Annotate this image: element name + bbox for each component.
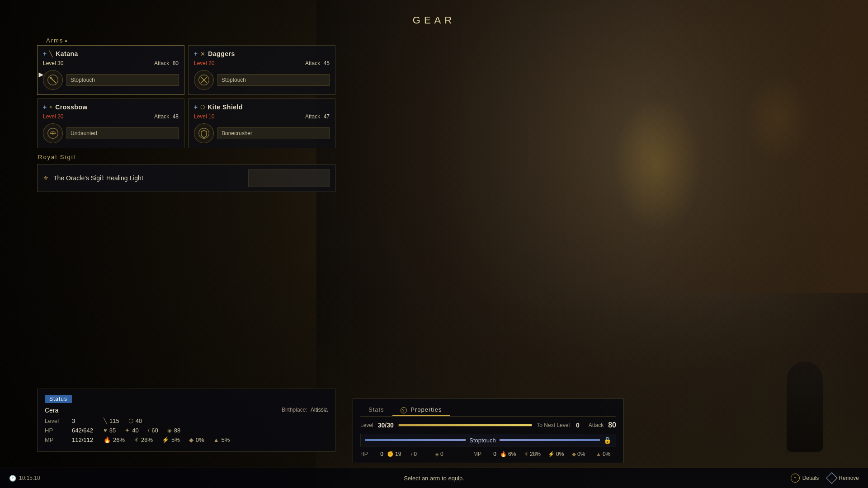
stats-hp-row: HP 0 ✊ 19 / 0 ◈ 0 bbox=[360, 451, 471, 457]
clock-icon: 🕐 bbox=[9, 475, 16, 482]
royal-sigil-section: Royal Sigil ⚜ The Oracle's Sigil: Healin… bbox=[37, 154, 335, 192]
stats-panel: Stats Y Properties Level 30/30 To Next L… bbox=[353, 399, 624, 463]
stat-slash: / 60 bbox=[148, 427, 158, 434]
crossbow-svg-icon bbox=[47, 127, 59, 139]
shield-attack: Attack 47 bbox=[305, 113, 330, 120]
gear-panel: + ╲ Katana Level 30 Attack 80 bbox=[37, 45, 335, 192]
svg-point-9 bbox=[199, 128, 209, 139]
crossbow-name: Crossbow bbox=[55, 103, 88, 111]
strength-mini-icon: ✊ bbox=[387, 451, 394, 457]
heart-stat-icon: ♥ bbox=[104, 427, 107, 434]
tab-stats[interactable]: Stats bbox=[360, 404, 392, 416]
stats-mp-row: MP 0 🔥 6% ✳ 28% ⚡ 0% ◆ 0% ▲ 0% bbox=[473, 451, 616, 457]
stats-absorb-mini: ▲ 0% bbox=[596, 451, 616, 457]
stat-ice: ✳ 28% bbox=[134, 436, 153, 443]
hint-text: Select an arm to equip. bbox=[404, 475, 464, 482]
ability-name-text: Stoptouch bbox=[469, 437, 496, 444]
daggers-ability-name: Stoptouch bbox=[222, 77, 246, 83]
status-tab[interactable]: Status bbox=[45, 395, 72, 403]
stats-ice-mini: ✳ 28% bbox=[524, 451, 544, 457]
slash-mini-icon: / bbox=[411, 451, 412, 457]
weapon-card-daggers[interactable]: + ✕ Daggers Level 20 Attack 45 bbox=[188, 45, 335, 95]
ice-stat-icon: ✳ bbox=[134, 436, 139, 443]
ability-bar bbox=[365, 439, 466, 441]
katana-type-icon: ╲ bbox=[49, 51, 53, 57]
daggers-add-icon: + bbox=[194, 50, 198, 57]
weapon-header-crossbow: + ⌖ Crossbow bbox=[43, 103, 179, 111]
weapon-header-shield: + ⬡ Kite Shield bbox=[194, 103, 330, 111]
crossbow-ability-row: Undaunted bbox=[43, 123, 179, 143]
arms-section-label: Arms bbox=[46, 37, 67, 44]
vitality-stat-icon: ✦ bbox=[125, 427, 130, 434]
shield-ability-row: Bonecrusher bbox=[194, 123, 330, 143]
stats-level-row: Level 30/30 To Next Level 0 Attack 80 bbox=[360, 421, 616, 429]
level-progress-bar bbox=[398, 424, 533, 427]
bottom-bar: 🕐 10:15:10 Select an arm to equip. Y Det… bbox=[0, 468, 868, 488]
remove-label: Remove bbox=[839, 475, 859, 481]
stat-vitality: ✦ 40 bbox=[125, 427, 138, 434]
stat-fire: 🔥 26% bbox=[104, 436, 125, 443]
crossbow-ability-box: Undaunted bbox=[66, 127, 179, 139]
time-value: 10:15:10 bbox=[19, 475, 40, 481]
stats-tabs: Stats Y Properties bbox=[360, 404, 616, 417]
shield-name: Kite Shield bbox=[208, 103, 243, 111]
crossbow-stats: Level 20 Attack 48 bbox=[43, 113, 179, 120]
sigil-icon: ⚜ bbox=[43, 174, 49, 182]
dark-stat-icon: ◆ bbox=[189, 436, 193, 443]
time-display: 🕐 10:15:10 bbox=[9, 475, 40, 482]
lock-icon: 🔒 bbox=[604, 436, 611, 444]
daggers-svg-icon bbox=[198, 74, 210, 86]
shield-svg-icon bbox=[198, 127, 210, 139]
weapon-header-katana: + ╲ Katana bbox=[43, 50, 179, 57]
dark-mini-icon: ◆ bbox=[572, 451, 576, 457]
sigil-image bbox=[248, 169, 330, 187]
katana-attack: Attack 80 bbox=[154, 60, 179, 66]
crossbow-icon bbox=[43, 123, 63, 143]
selection-cursor: ► bbox=[37, 70, 45, 80]
stats-crystal-mini: ◈ 0 bbox=[435, 451, 455, 457]
weapon-card-crossbow[interactable]: + ⌖ Crossbow Level 20 Attack 48 bbox=[37, 99, 184, 148]
daggers-name: Daggers bbox=[208, 50, 235, 57]
lightning-mini-icon: ⚡ bbox=[548, 451, 555, 457]
status-name-row: Cera Birthplace: Altissia bbox=[45, 407, 328, 414]
katana-ability-name: Stoptouch bbox=[71, 77, 95, 83]
remove-btn[interactable]: ↓ bbox=[826, 472, 838, 483]
ability-name-row: Stoptouch 🔒 bbox=[360, 434, 616, 446]
crossbow-level: Level 20 bbox=[43, 113, 63, 120]
next-level-label: To Next Level bbox=[537, 422, 570, 428]
absorb-stat-icon: ▲ bbox=[213, 436, 219, 443]
fire-mini-icon: 🔥 bbox=[500, 451, 507, 457]
stats-lightning-mini: ⚡ 0% bbox=[548, 451, 568, 457]
stat-dark: ◆ 0% bbox=[189, 436, 204, 443]
weapon-card-katana[interactable]: + ╲ Katana Level 30 Attack 80 bbox=[37, 45, 184, 95]
stats-grid: HP 0 ✊ 19 / 0 ◈ 0 MP 0 🔥 6% ✳ bbox=[360, 451, 616, 457]
stat-lightning: ⚡ 5% bbox=[162, 436, 180, 443]
crossbow-add-icon: + bbox=[43, 103, 47, 111]
stats-slash-mini: / 0 bbox=[411, 451, 431, 457]
shield-ability-name: Bonecrusher bbox=[222, 130, 252, 136]
sigil-card[interactable]: ⚜ The Oracle's Sigil: Healing Light bbox=[37, 164, 335, 192]
weapon-card-shield[interactable]: + ⬡ Kite Shield Level 10 Attack 47 bbox=[188, 99, 335, 148]
details-action[interactable]: Y Details bbox=[791, 474, 819, 483]
katana-svg-icon bbox=[47, 74, 59, 86]
weapon-header-daggers: + ✕ Daggers bbox=[194, 50, 330, 57]
status-hp-row: HP 642/642 ♥ 35 ✦ 40 / 60 ◈ 88 bbox=[45, 427, 328, 434]
status-level-row: Level 3 ╲ 115 ⬡ 40 bbox=[45, 418, 328, 424]
details-btn[interactable]: Y bbox=[791, 474, 800, 483]
katana-ability-box: Stoptouch bbox=[66, 74, 179, 86]
birthplace: Birthplace: Altissia bbox=[282, 407, 328, 414]
sword-stat-icon: ╲ bbox=[104, 418, 107, 424]
katana-stats: Level 30 Attack 80 bbox=[43, 60, 179, 66]
stats-strength: ✊ 19 bbox=[387, 451, 407, 457]
shield-type-icon: ⬡ bbox=[200, 104, 205, 110]
shield-level: Level 10 bbox=[194, 113, 214, 120]
stat-absorb: ▲ 5% bbox=[213, 436, 230, 443]
stat-hp-bonus: ♥ 35 bbox=[104, 427, 116, 434]
level-bar-fill bbox=[399, 424, 532, 426]
stat-crystal: ◈ 88 bbox=[167, 427, 180, 434]
tab-properties[interactable]: Y Properties bbox=[392, 404, 450, 416]
ice-mini-icon: ✳ bbox=[524, 451, 528, 457]
crossbow-ability-name: Undaunted bbox=[71, 130, 97, 136]
remove-action[interactable]: ↓ Remove bbox=[828, 474, 859, 482]
status-mp-row: MP 112/112 🔥 26% ✳ 28% ⚡ 5% ◆ 0% ▲ 5% bbox=[45, 436, 328, 443]
